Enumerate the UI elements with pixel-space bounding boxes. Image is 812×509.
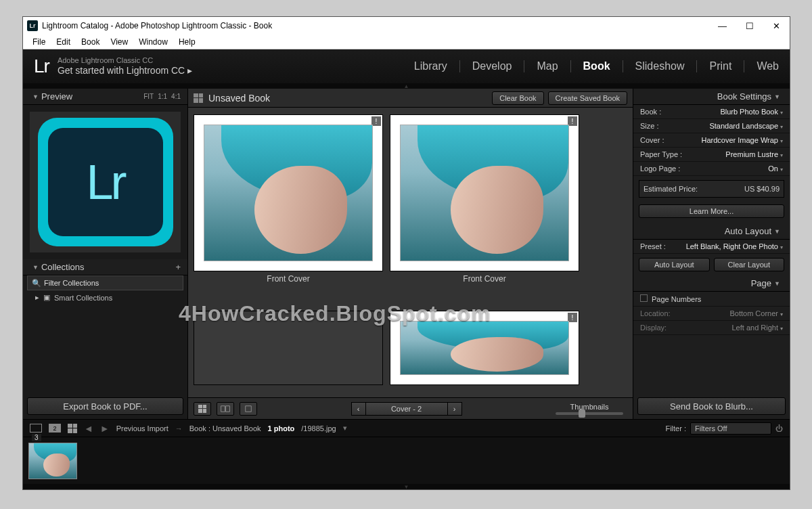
menu-edit[interactable]: Edit (51, 37, 76, 47)
smart-collections-label: Smart Collections (54, 294, 112, 302)
location-row: Location:Bottom Corner (633, 307, 790, 321)
book-type-row[interactable]: Book :Blurb Photo Book (633, 105, 790, 119)
pager-prev-button[interactable]: ‹ (351, 402, 366, 416)
book-settings-header[interactable]: Book Settings ▼ (633, 89, 790, 105)
chevron-down-icon: ▼ (32, 264, 39, 271)
module-slideshow[interactable]: Slideshow (635, 60, 685, 72)
chevron-down-icon[interactable]: ▾ (343, 424, 347, 433)
learn-more-button[interactable]: Learn More... (639, 204, 784, 218)
view-spread-button[interactable] (217, 402, 234, 416)
filter-collections-input[interactable]: 🔍 Filter Collections (27, 275, 183, 290)
paper-row[interactable]: Paper Type :Premium Lustre (633, 148, 790, 162)
page-panel-header[interactable]: Page ▼ (633, 275, 790, 292)
auto-layout-button[interactable]: Auto Layout (639, 258, 710, 271)
filter-lock-icon[interactable]: ⏻ (775, 424, 783, 433)
thumbnails-slider[interactable] (556, 412, 623, 415)
clear-book-button[interactable]: Clear Book (492, 91, 543, 105)
filmstrip-thumb[interactable]: 3 (28, 443, 77, 479)
collapse-bottom[interactable]: ▼ (23, 484, 790, 489)
chevron-down-icon: ▼ (32, 93, 39, 100)
create-saved-book-label: Create Saved Book (556, 94, 620, 102)
add-collection-button[interactable]: + (175, 262, 181, 272)
app-window: Lr Lightroom Catalog - Adobe Photoshop L… (22, 16, 790, 490)
auto-layout-header[interactable]: Auto Layout ▼ (633, 223, 790, 240)
page-thumb-1[interactable]: ! Front Cover (194, 114, 383, 284)
page-numbers-checkbox[interactable] (640, 294, 648, 302)
view-single-button[interactable] (240, 402, 257, 416)
preview-box: Lr (30, 112, 181, 252)
warning-icon: ! (568, 116, 577, 126)
module-library[interactable]: Library (414, 60, 447, 72)
module-print[interactable]: Print (709, 60, 731, 72)
secondary-num: 2 (53, 425, 56, 432)
zoom-fit[interactable]: FIT (143, 93, 154, 100)
preset-value: Left Blank, Right One Photo (686, 242, 783, 250)
brand-line2[interactable]: Get started with Lightroom CC ▸ (58, 65, 192, 76)
book-settings-title: Book Settings (717, 91, 771, 102)
module-map[interactable]: Map (537, 60, 558, 72)
nav-back-icon[interactable]: ◄ (84, 423, 93, 434)
preset-row[interactable]: Preset :Left Blank, Right One Photo (633, 240, 790, 254)
display-value: Left and Right (732, 324, 784, 332)
display-label: Display: (640, 324, 667, 332)
logo-label: Logo Page : (640, 164, 680, 173)
menu-book[interactable]: Book (76, 37, 105, 47)
book-header: Unsaved Book Clear Book Create Saved Boo… (188, 89, 633, 108)
send-to-blurb-label: Send Book to Blurb... (670, 401, 753, 412)
zoom-1-1[interactable]: 1:1 (158, 93, 167, 100)
grid-view-icon[interactable] (68, 424, 77, 433)
preview-image: Lr (38, 118, 173, 246)
app-icon: Lr (27, 20, 38, 31)
primary-display-icon[interactable] (30, 424, 42, 433)
price-box: Estimated Price: US $40.99 (639, 180, 784, 198)
page-thumb-2[interactable]: ! Front Cover (390, 114, 579, 284)
svg-rect-2 (246, 405, 251, 411)
page-numbers-row[interactable]: Page Numbers (633, 292, 790, 307)
auto-layout-label: Auto Layout (654, 261, 694, 269)
smart-collections-item[interactable]: ▸ ▣ Smart Collections (23, 290, 187, 305)
svg-rect-0 (221, 405, 225, 411)
clear-layout-label: Clear Layout (728, 261, 770, 269)
menu-view[interactable]: View (105, 37, 133, 47)
minimize-button[interactable]: — (718, 21, 727, 31)
module-book[interactable]: Book (583, 60, 610, 72)
pager-next-button[interactable]: › (447, 402, 462, 416)
clear-book-label: Clear Book (499, 94, 536, 102)
preset-label: Preset : (640, 242, 666, 250)
thumb1-caption: Front Cover (194, 274, 383, 284)
brand-bar: Lr Adobe Lightroom Classic CC Get starte… (23, 49, 790, 83)
lr-logo: Lr (34, 56, 49, 77)
book-crumb[interactable]: Book : Unsaved Book (189, 424, 261, 433)
create-saved-book-button[interactable]: Create Saved Book (548, 91, 627, 105)
previous-import-crumb[interactable]: Previous Import (116, 424, 168, 433)
secondary-display-icon[interactable]: 2 (49, 424, 61, 433)
send-to-blurb-button[interactable]: Send Book to Blurb... (637, 397, 786, 415)
pager-label: Cover - 2 (366, 402, 447, 416)
page-thumb-3[interactable] (194, 311, 383, 385)
preview-panel-header[interactable]: ▼ Preview FIT 1:1 4:1 (23, 89, 187, 105)
nav-fwd-icon[interactable]: ► (100, 423, 110, 434)
filter-placeholder: Filter Collections (44, 279, 99, 287)
clear-layout-button[interactable]: Clear Layout (714, 258, 785, 271)
maximize-button[interactable]: ☐ (746, 21, 754, 31)
menu-file[interactable]: File (27, 37, 51, 47)
cover-row[interactable]: Cover :Hardcover Image Wrap (633, 133, 790, 148)
learn-more-label: Learn More... (690, 207, 734, 215)
collections-panel-header[interactable]: ▼ Collections + (23, 259, 187, 275)
filter-label: Filter : (665, 424, 686, 433)
view-grid-button[interactable] (194, 402, 211, 416)
auto-layout-title: Auto Layout (725, 226, 771, 236)
page-thumb-4[interactable]: ! (390, 311, 579, 385)
size-row[interactable]: Size :Standard Landscape (633, 119, 790, 133)
module-develop[interactable]: Develop (472, 60, 512, 72)
close-button[interactable]: ✕ (773, 21, 780, 31)
menu-help[interactable]: Help (173, 37, 201, 47)
zoom-4-1[interactable]: 4:1 (171, 93, 181, 100)
collapse-top[interactable]: ▲ (23, 83, 790, 89)
filter-dropdown[interactable]: Filters Off (690, 422, 771, 435)
module-web[interactable]: Web (757, 60, 779, 72)
logo-value: On (768, 164, 783, 173)
logo-row[interactable]: Logo Page :On (633, 162, 790, 176)
export-pdf-button[interactable]: Export Book to PDF... (27, 397, 183, 415)
menu-window[interactable]: Window (133, 37, 173, 47)
